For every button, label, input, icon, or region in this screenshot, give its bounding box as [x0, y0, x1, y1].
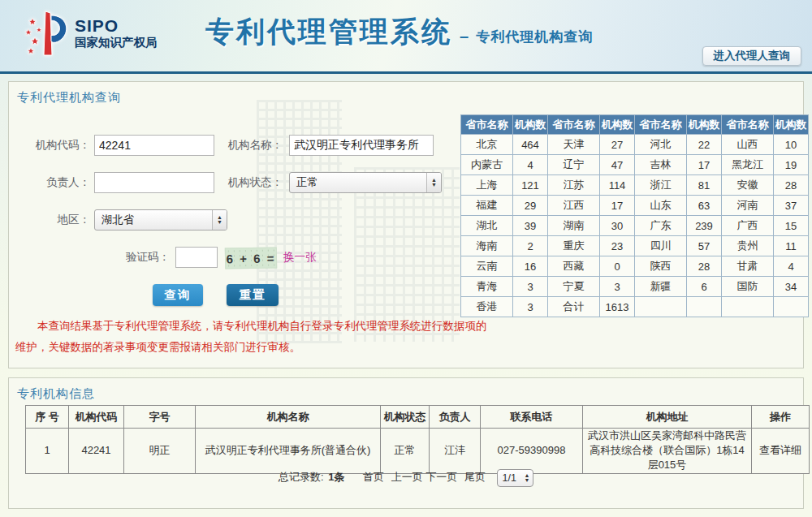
- province-name-cell: 重庆: [548, 236, 600, 256]
- province-count-cell: 28: [774, 175, 809, 196]
- province-count-cell: 3: [600, 277, 635, 297]
- province-count-cell: 4: [774, 256, 809, 277]
- province-name-cell: 合计: [548, 297, 600, 317]
- province-name-cell: 天津: [548, 135, 600, 155]
- province-count-cell: 3: [513, 297, 548, 317]
- status-select[interactable]: 正常 ▲▼: [289, 172, 442, 193]
- stepper-icon: ▲▼: [212, 210, 227, 230]
- result-cell: 42241: [69, 429, 124, 474]
- province-count-cell: 17: [600, 196, 635, 216]
- province-count-cell: [774, 297, 809, 317]
- province-name-cell: 黑龙江: [722, 155, 774, 175]
- result-column-header: 机构地址: [583, 406, 752, 429]
- result-column-header: 联系电话: [481, 406, 583, 429]
- reset-button[interactable]: 重置: [227, 284, 279, 306]
- total-records-label: 总记录数:: [279, 471, 324, 483]
- province-name-cell: 江苏: [548, 175, 600, 196]
- province-name-cell: 甘肃: [722, 256, 774, 277]
- province-count-cell: 16: [513, 256, 548, 277]
- pagination: 总记录数: 1条 首页 上一页 下一页 尾页 1/1 ▲▼: [9, 469, 803, 487]
- province-count-cell: 47: [600, 155, 635, 175]
- province-row: 湖北39湖南30广东239广西15: [461, 216, 809, 236]
- app-title: 专利代理管理系统 – 专利代理机构查询: [205, 13, 593, 51]
- province-count-cell: 15: [774, 216, 809, 236]
- sipo-emblem-icon: [24, 9, 71, 58]
- province-count-cell: 464: [513, 135, 548, 155]
- province-name-cell: 四川: [635, 236, 687, 256]
- province-count-cell: 11: [774, 236, 809, 256]
- result-cell: 江沣: [430, 429, 481, 474]
- province-name-cell: [722, 297, 774, 317]
- region-select-value: 湖北省: [95, 213, 212, 227]
- title-dash: –: [460, 27, 469, 45]
- first-page-link[interactable]: 首页: [363, 471, 384, 483]
- province-name-cell: 广西: [722, 216, 774, 236]
- result-column-header: 操作: [752, 406, 810, 429]
- province-name-cell: 山西: [722, 135, 774, 155]
- province-name-cell: 宁夏: [548, 277, 600, 297]
- province-name-cell: 陕西: [635, 256, 687, 277]
- query-panel-title: 专利代理机构查询: [17, 90, 121, 106]
- province-count-cell: 27: [600, 135, 635, 155]
- region-select[interactable]: 湖北省 ▲▼: [94, 209, 227, 230]
- province-name-cell: 湖北: [461, 216, 513, 236]
- province-count-cell: 28: [687, 256, 722, 277]
- view-detail-link[interactable]: 查看详细: [752, 429, 810, 474]
- page-subtitle: 专利代理机构查询: [476, 28, 593, 46]
- province-name-cell: 江西: [548, 196, 600, 216]
- result-column-header: 负责人: [430, 406, 481, 429]
- province-name-cell: 吉林: [635, 155, 687, 175]
- captcha-image: 6 + 6 =: [225, 247, 277, 269]
- province-name-header: 省市名称: [461, 115, 513, 135]
- province-name-cell: 福建: [461, 196, 513, 216]
- system-title: 专利代理管理系统: [205, 13, 452, 51]
- province-name-cell: 山东: [635, 196, 687, 216]
- captcha-label: 验证码：: [89, 247, 170, 268]
- province-name-header: 省市名称: [548, 115, 600, 135]
- province-name-cell: 广东: [635, 216, 687, 236]
- province-name-cell: 香港: [461, 297, 513, 317]
- org-name-input[interactable]: [289, 135, 434, 156]
- result-column-header: 序 号: [26, 406, 69, 429]
- province-count-cell: [687, 297, 722, 317]
- province-name-cell: 北京: [461, 135, 513, 155]
- principal-input[interactable]: [94, 172, 214, 193]
- page-select[interactable]: 1/1 ▲▼: [497, 469, 533, 487]
- captcha-refresh-link[interactable]: 换一张: [283, 250, 317, 265]
- prev-page-link[interactable]: 上一页: [391, 471, 423, 483]
- province-name-cell: 河北: [635, 135, 687, 155]
- province-count-cell: 1613: [600, 297, 635, 317]
- province-table: 省市名称机构数省市名称机构数省市名称机构数省市名称机构数 北京464天津27河北…: [460, 114, 809, 317]
- result-column-header: 机构代码: [69, 406, 124, 429]
- search-button[interactable]: 查询: [153, 284, 203, 306]
- result-cell: 明正: [124, 429, 196, 474]
- total-records-value: 1条: [328, 471, 344, 483]
- province-name-header: 省市名称: [635, 115, 687, 135]
- last-page-link[interactable]: 尾页: [464, 471, 486, 483]
- org-code-input[interactable]: [94, 135, 214, 156]
- result-panel: 专利机构信息 序 号机构代码字号机构名称机构状态负责人联系电话机构地址操作 14…: [8, 377, 804, 509]
- next-page-link[interactable]: 下一页: [425, 471, 457, 483]
- province-name-cell: 青海: [461, 277, 513, 297]
- province-name-cell: 云南: [461, 256, 513, 277]
- province-count-cell: 3: [513, 277, 548, 297]
- province-name-header: 省市名称: [722, 115, 774, 135]
- result-table-head: 序 号机构代码字号机构名称机构状态负责人联系电话机构地址操作: [26, 406, 810, 429]
- agent-query-button[interactable]: 进入代理人查询: [702, 46, 802, 66]
- province-name-cell: 辽宁: [548, 155, 600, 175]
- result-cell: 027-59390998: [481, 429, 583, 474]
- result-cell: 1: [26, 429, 69, 474]
- province-name-cell: 国防: [722, 277, 774, 297]
- org-code-label: 机构代码：: [9, 135, 90, 156]
- province-name-cell: 新疆: [635, 277, 687, 297]
- page: SIPO 国家知识产权局 专利代理管理系统 – 专利代理机构查询 进入代理人查询…: [0, 0, 812, 517]
- content: 专利代理机构查询 机构代码： 机构名称： 负责人： 机构状态： 正常 ▲▼ 地区…: [0, 74, 812, 517]
- province-count-cell: 2: [513, 236, 548, 256]
- captcha-input[interactable]: [175, 247, 218, 268]
- province-row: 上海121江苏114浙江81安徽28: [461, 175, 809, 196]
- province-count-cell: 22: [687, 135, 722, 155]
- province-count-header: 机构数: [600, 115, 635, 135]
- province-row: 香港3合计1613: [461, 297, 809, 317]
- province-count-cell: 121: [513, 175, 548, 196]
- province-count-cell: 6: [687, 277, 722, 297]
